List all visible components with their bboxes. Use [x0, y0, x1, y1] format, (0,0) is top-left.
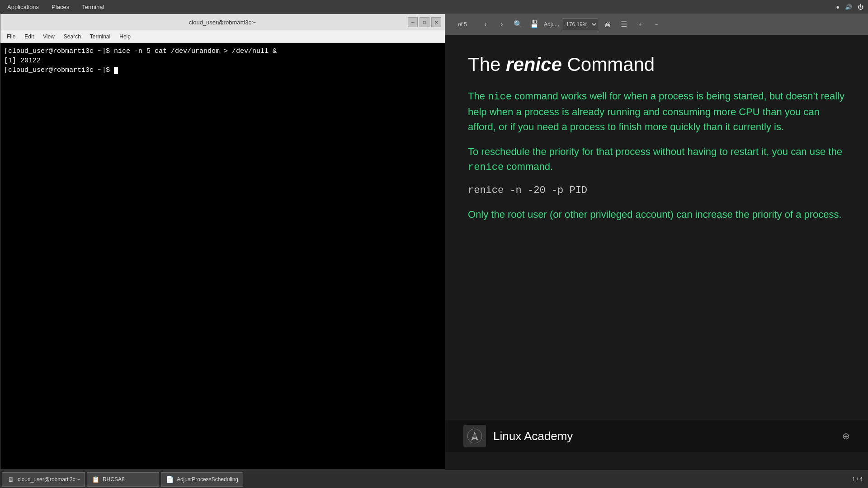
slide-para2-start: To reschedule the priority for that proc…	[468, 146, 842, 157]
file-menu[interactable]: File	[3, 33, 19, 41]
slide-renice-code: renice	[468, 162, 504, 173]
slide-footer: Linux Academy ⊕	[445, 420, 868, 452]
close-button[interactable]: ✕	[431, 17, 441, 27]
places-menu[interactable]: Places	[49, 3, 72, 11]
terminal-taskbar-icon: 🖥	[7, 475, 15, 483]
slide-para3: Only the root user (or other privileged …	[468, 207, 845, 222]
slide-para1: The nice command works well for when a p…	[468, 89, 845, 134]
taskbar-terminal[interactable]: 🖥 cloud_user@robmarti3c:~	[2, 472, 85, 487]
menu-button[interactable]: ☰	[617, 18, 631, 31]
power-icon: ⏻	[858, 4, 863, 10]
taskbar-adjust[interactable]: 📄 AdjustProcessScheduling	[161, 472, 243, 487]
zoom-in-button[interactable]: +	[633, 18, 647, 31]
pdf-toolbar: of 5 ‹ › 🔍 💾 Adju... 176.19% 🖨 ☰ + −	[445, 14, 868, 35]
slide-para1-rest: command works well for when a process is…	[468, 90, 844, 132]
slide-title-command: renice	[506, 54, 562, 75]
terminal-menu[interactable]: Terminal	[79, 3, 107, 11]
slide-title-prefix: The	[468, 54, 506, 75]
terminal-body[interactable]: [cloud_user@robmarti3c ~]$ nice -n 5 cat…	[0, 43, 445, 469]
slide-code-block: renice -n -20 -p PID	[468, 185, 845, 196]
network-icon: ●	[836, 4, 840, 10]
sound-icon: 🔊	[845, 4, 852, 10]
adjust-taskbar-icon: 📄	[166, 475, 174, 483]
search-button[interactable]: 🔍	[511, 18, 525, 31]
footer-compass-icon: ⊕	[842, 431, 850, 441]
terminal-window: cloud_user@robmarti3c:~ ─ □ ✕ File Edit …	[0, 14, 445, 470]
next-page-button[interactable]: ›	[495, 18, 509, 31]
rhcsa-taskbar-label: RHCSA8	[103, 476, 125, 483]
terminal-titlebar: cloud_user@robmarti3c:~ ─ □ ✕	[0, 14, 445, 30]
slide-title: The renice Command	[468, 53, 845, 76]
terminal-taskbar-label: cloud_user@robmarti3c:~	[18, 476, 80, 483]
prev-page-button[interactable]: ‹	[479, 18, 492, 31]
taskbar: 🖥 cloud_user@robmarti3c:~ 📋 RHCSA8 📄 Adj…	[0, 470, 868, 488]
save-button[interactable]: 💾	[528, 18, 541, 31]
titlebar-controls: ─ □ ✕	[408, 17, 441, 27]
terminal-menu-item[interactable]: Terminal	[86, 33, 114, 41]
slide-title-suffix: Command	[562, 54, 655, 75]
slide-para2: To reschedule the priority for that proc…	[468, 144, 845, 175]
linux-academy-name: Linux Academy	[493, 429, 573, 443]
terminal-title: cloud_user@robmarti3c:~	[189, 19, 256, 26]
print-button[interactable]: 🖨	[601, 18, 614, 31]
adjust-taskbar-label: AdjustProcessScheduling	[177, 476, 238, 483]
taskbar-page-indicator: 1 / 4	[852, 476, 866, 483]
taskbar-rhcsa[interactable]: 📋 RHCSA8	[87, 472, 159, 487]
system-bar-right: ● 🔊 ⏻	[836, 4, 863, 10]
slide-para2-end: command.	[504, 161, 553, 172]
minimize-button[interactable]: ─	[408, 17, 418, 27]
view-menu[interactable]: View	[39, 33, 58, 41]
rhcsa-taskbar-icon: 📋	[92, 475, 100, 483]
pdf-content: The renice Command The nice command work…	[445, 35, 868, 470]
applications-menu[interactable]: Applications	[5, 3, 42, 11]
zoom-out-button[interactable]: −	[650, 18, 663, 31]
slide-para1-start: The	[468, 90, 488, 102]
terminal-line-2: [1] 20122	[4, 56, 441, 66]
linux-academy-logo	[463, 425, 486, 447]
zoom-select[interactable]: 176.19%	[562, 19, 598, 30]
main-area: cloud_user@robmarti3c:~ ─ □ ✕ File Edit …	[0, 14, 868, 470]
pdf-viewer: of 5 ‹ › 🔍 💾 Adju... 176.19% 🖨 ☰ + − The…	[445, 14, 868, 470]
logo-icon	[467, 428, 483, 444]
terminal-menubar: File Edit View Terminal Search Terminal …	[0, 30, 445, 43]
slide-wrapper: The renice Command The nice command work…	[445, 35, 868, 470]
page-of: of 5	[449, 21, 476, 28]
maximize-button[interactable]: □	[420, 17, 429, 27]
system-bar: Applications Places Terminal ● 🔊 ⏻	[0, 0, 868, 14]
slide-nice-code: nice	[488, 91, 512, 103]
slide-page: The renice Command The nice command work…	[445, 35, 868, 470]
search-menu-label[interactable]: Search	[60, 33, 85, 41]
svg-point-1	[473, 434, 476, 438]
terminal-cursor	[114, 67, 118, 74]
help-menu[interactable]: Help	[116, 33, 134, 41]
terminal-line-1: [cloud_user@robmarti3c ~]$ nice -n 5 cat…	[4, 47, 441, 56]
adjust-label: Adju...	[544, 21, 559, 28]
terminal-line-3: [cloud_user@robmarti3c ~]$	[4, 66, 441, 75]
edit-menu[interactable]: Edit	[21, 33, 38, 41]
